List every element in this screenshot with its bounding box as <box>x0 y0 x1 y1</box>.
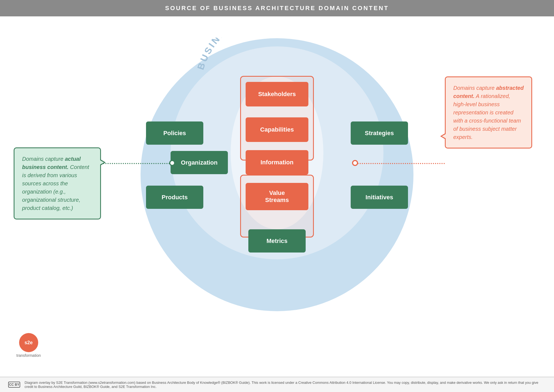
dotted-line-right <box>358 163 445 164</box>
box-stakeholders: Stakeholders <box>246 82 308 106</box>
box-metrics: Metrics <box>248 229 306 253</box>
box-policies: Policies <box>146 121 203 145</box>
box-strategies: Strategies <box>351 121 408 145</box>
callout-green: Domains capture actual business content.… <box>14 147 101 219</box>
dot-circle-right <box>352 160 358 166</box>
cc-logo: CC BY <box>8 382 20 388</box>
footer-description: Diagram overlay by S2E Transformation (w… <box>25 381 546 389</box>
ba-text-container: BUSINESS ARCHITECTURE <box>141 40 413 73</box>
page-title: SOURCE OF BUSINESS ARCHITECTURE DOMAIN C… <box>165 5 389 12</box>
dot-circle-left <box>169 160 175 166</box>
box-capabilities: Capabilities <box>246 117 308 142</box>
box-organization: Organization <box>171 151 228 174</box>
svg-text:BUSINESS ARCHITECTURE: BUSINESS ARCHITECTURE <box>195 38 335 71</box>
footer-bar: CC BY Diagram overlay by S2E Transformat… <box>0 377 554 392</box>
header-bar: SOURCE OF BUSINESS ARCHITECTURE DOMAIN C… <box>0 0 554 16</box>
logo-label: transformation <box>16 353 41 358</box>
box-initiatives: Initiatives <box>351 186 408 209</box>
callout-orange: Domains capture abstracted content. A ra… <box>445 76 532 149</box>
main-content: BUSINESS ARCHITECTURE Stakeholders Capab… <box>0 16 554 377</box>
logo-circle: s2e <box>19 333 38 352</box>
dotted-line-left <box>101 163 172 164</box>
box-value-streams: Value Streams <box>246 183 308 210</box>
logo-area: s2e transformation <box>16 333 41 358</box>
box-information: Information <box>246 150 308 175</box>
box-products: Products <box>146 186 203 209</box>
